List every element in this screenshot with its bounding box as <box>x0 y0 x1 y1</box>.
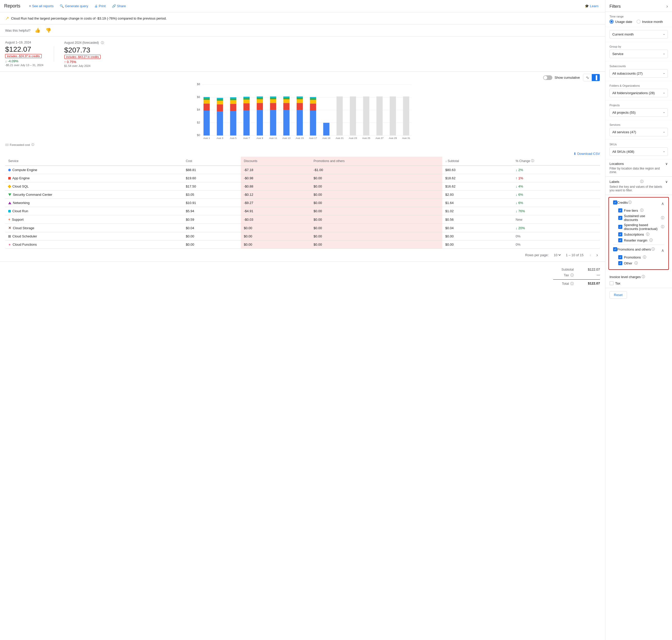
chart-area: $8 $6 $4 $2 $0 <box>0 82 605 142</box>
discounts-cell: -$9.27 <box>241 199 310 207</box>
spending-based-checkbox[interactable] <box>618 225 622 229</box>
see-all-reports-button[interactable]: ≡ See all reports <box>27 3 56 10</box>
subtotal-cell: $2.93 <box>442 191 513 199</box>
promotions-collapse-button[interactable]: ∧ <box>661 248 664 253</box>
svg-text:Aug 1: Aug 1 <box>203 136 210 139</box>
cost-cell: $3.05 <box>182 191 240 199</box>
share-icon: 🔗 <box>112 4 116 8</box>
subaccounts-select[interactable]: All subaccounts (27) <box>610 69 668 78</box>
discounts-cell: $0.00 <box>241 232 310 241</box>
svg-text:$0: $0 <box>197 133 200 136</box>
sustained-use-checkbox[interactable] <box>618 216 622 220</box>
cumulative-switch[interactable] <box>543 75 552 80</box>
subscriptions-checkbox[interactable] <box>618 232 622 236</box>
svg-rect-49 <box>283 99 289 103</box>
svg-rect-41 <box>270 110 276 135</box>
promotions-cell: $0.00 <box>310 199 442 207</box>
svg-text:Aug 29: Aug 29 <box>389 136 397 139</box>
promotions-cell: $0.00 <box>310 207 442 215</box>
reset-section: Reset <box>605 288 672 302</box>
projects-select[interactable]: All projects (55) <box>610 108 668 117</box>
locations-section: Locations ∨ Filter by location data like… <box>605 159 672 177</box>
thumbs-down-button[interactable]: 👎 <box>44 27 52 34</box>
svg-rect-26 <box>230 99 236 100</box>
labels-header[interactable]: Labels ⓘ ∨ <box>610 179 668 184</box>
next-page-button[interactable]: › <box>594 251 600 259</box>
credits-header: Credits ⓘ ∧ <box>613 200 664 207</box>
forecasted-legend: Forecasted cost ⓘ <box>5 143 34 147</box>
tax-help-icon: ⓘ <box>570 273 574 277</box>
bar-chart-button[interactable]: ▐ <box>592 74 600 81</box>
svg-text:Aug 15: Aug 15 <box>296 136 304 139</box>
show-cumulative-toggle[interactable]: Show cumulative <box>543 75 580 80</box>
share-button[interactable]: 🔗 Share <box>109 3 129 10</box>
forecast-help-icon: ⓘ <box>31 143 34 147</box>
svg-text:Aug 7: Aug 7 <box>243 136 250 139</box>
credits-collapse-button[interactable]: ∧ <box>661 201 664 206</box>
subtotal-cell: $0.00 <box>442 241 513 249</box>
generate-query-button[interactable]: 🔍 Generate query <box>57 3 90 10</box>
stat-period1: August 1–19, 2024 $122.07 includes -$24.… <box>5 41 43 67</box>
change-cell: ↓ 2% <box>512 166 600 174</box>
list-icon: ≡ <box>29 4 31 8</box>
svg-rect-37 <box>257 99 263 103</box>
table-row: Compute Engine $88.81 -$7.18 -$1.00 $80.… <box>5 166 600 174</box>
svg-rect-55 <box>297 99 303 103</box>
service-cell: Cloud Run <box>5 207 182 215</box>
summary-divider <box>553 279 600 280</box>
invoice-tax-checkbox[interactable] <box>610 281 614 285</box>
learn-button[interactable]: 🎓 Learn <box>582 3 601 10</box>
spending-based-row: Spending based discounts (contractual) ⓘ <box>618 223 664 231</box>
thumbs-up-button[interactable]: 👍 <box>34 27 41 34</box>
invoice-month-option[interactable]: Invoice month <box>637 19 663 24</box>
svg-rect-11 <box>204 111 210 135</box>
promotions-item-checkbox[interactable] <box>618 255 622 259</box>
service-cell: Networking <box>5 199 182 207</box>
pagination: Rows per page: 10 25 50 1 – 10 of 15 ‹ › <box>0 249 605 261</box>
folders-orgs-select[interactable]: All folders/organizations (28) <box>610 89 668 97</box>
svg-text:Aug 11: Aug 11 <box>269 136 277 139</box>
svg-rect-56 <box>297 98 303 99</box>
svg-text:Aug 17: Aug 17 <box>309 136 317 139</box>
services-select[interactable]: All services (47) <box>610 128 668 136</box>
services-section: Services All services (47) <box>605 120 672 140</box>
invoice-month-radio[interactable] <box>637 19 641 24</box>
invoice-help-icon: ⓘ <box>642 275 645 279</box>
download-csv-button[interactable]: ⬇ Download CSV <box>573 152 600 156</box>
reset-button[interactable]: Reset <box>610 291 627 299</box>
table-row: Security Command Center $3.05 -$0.12 $0.… <box>5 191 600 199</box>
subtotal-cell: $1.02 <box>442 207 513 215</box>
svg-text:Aug 9: Aug 9 <box>257 136 263 139</box>
promotions-cell: $0.00 <box>310 174 442 183</box>
reseller-margin-checkbox[interactable] <box>618 238 622 242</box>
promotions-checkbox[interactable] <box>613 247 617 251</box>
free-tiers-checkbox[interactable] <box>618 208 622 213</box>
discounts-cell: $0.00 <box>241 224 310 232</box>
svg-rect-23 <box>230 111 236 135</box>
svg-rect-25 <box>230 100 236 104</box>
promotions-cell: -$1.00 <box>310 166 442 174</box>
change-cell: ↓ 76% <box>512 207 600 215</box>
skus-select[interactable]: All SKUs (408) <box>610 147 668 156</box>
usage-date-option[interactable]: Usage date <box>610 19 632 24</box>
svg-rect-65 <box>337 97 343 135</box>
total-row: Total ⓘ $122.07 <box>553 281 600 287</box>
prev-page-button[interactable]: ‹ <box>588 251 593 259</box>
sidebar-collapse-button[interactable]: › <box>666 4 668 9</box>
table-row: ★ Cloud Functions $0.00 $0.00 $0.00 $0.0… <box>5 241 600 249</box>
rows-per-page-select[interactable]: 10 25 50 <box>553 253 561 257</box>
table-row: Networking $10.91 -$9.27 $0.00 $1.64 ↓ 6… <box>5 199 600 207</box>
print-button[interactable]: 🖨 Print <box>92 3 108 10</box>
discounts-checkbox[interactable] <box>613 200 617 204</box>
line-chart-button[interactable]: ∿ <box>583 74 592 81</box>
current-month-select[interactable]: Current month Last month Last 3 months C… <box>610 30 668 39</box>
usage-date-radio[interactable] <box>610 19 614 24</box>
service-cell: ★ Cloud Functions <box>5 241 182 249</box>
svg-rect-47 <box>283 110 289 135</box>
other-checkbox[interactable] <box>618 261 622 265</box>
group-by-select[interactable]: Service Project SKU <box>610 50 668 58</box>
cost-cell: $0.59 <box>182 215 240 224</box>
locations-header[interactable]: Locations ∨ <box>610 162 668 166</box>
tax-label: Tax ⓘ <box>553 273 574 278</box>
svg-text:$6: $6 <box>197 96 200 99</box>
